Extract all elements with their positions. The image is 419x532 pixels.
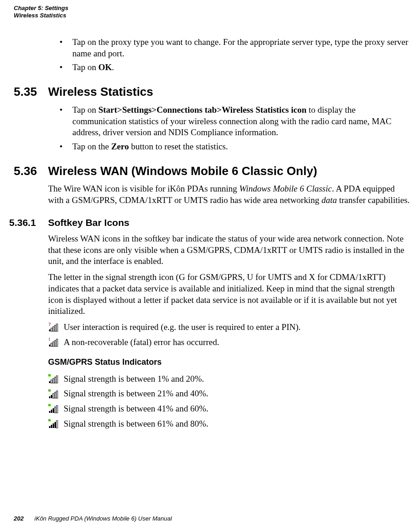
svg-rect-19 xyxy=(49,396,50,398)
paragraph: The Wire WAN icon is visible for iKôn PD… xyxy=(48,183,410,206)
svg-text:G: G xyxy=(49,419,51,422)
svg-text:G: G xyxy=(49,374,51,377)
icon-description-line: G Signal strength is between 41% and 60%… xyxy=(48,403,410,415)
bullet-text: Tap on the Zero button to reset the stat… xyxy=(72,141,410,153)
svg-rect-37 xyxy=(56,421,58,428)
svg-rect-30 xyxy=(56,406,58,413)
svg-rect-34 xyxy=(51,425,52,428)
icon-description-line: G Signal strength is between 61% and 80%… xyxy=(48,418,410,430)
bullet-mark: • xyxy=(60,141,72,153)
svg-rect-35 xyxy=(53,423,54,428)
signal-41-60-icon: G xyxy=(48,404,64,414)
icon-description-text: Signal strength is between 21% and 40%. xyxy=(64,388,208,400)
svg-text:?: ? xyxy=(49,322,51,327)
section-number: 5.36 xyxy=(0,164,48,179)
svg-rect-26 xyxy=(49,411,50,413)
list-item: • Tap on the proxy type you want to chan… xyxy=(60,37,410,59)
list-item: • Tap on OK. xyxy=(60,62,410,73)
svg-rect-9 xyxy=(54,340,56,346)
list-item: • Tap on Start>Settings>Connections tab>… xyxy=(60,104,410,138)
page-body: • Tap on the proxy type you want to chan… xyxy=(48,37,410,433)
svg-rect-23 xyxy=(56,391,58,398)
svg-rect-10 xyxy=(56,339,58,346)
section-heading-5-35: 5.35 Wireless Statistics xyxy=(48,84,410,100)
svg-text:G: G xyxy=(49,404,51,406)
svg-rect-4 xyxy=(56,324,58,331)
section-number: 5.36.1 xyxy=(0,216,48,229)
svg-text:!: ! xyxy=(49,337,50,342)
svg-rect-2 xyxy=(53,327,54,331)
signal-61-80-icon: G xyxy=(48,419,64,429)
section-title: Softkey Bar Icons xyxy=(48,216,129,229)
text-italic: data xyxy=(321,195,337,205)
bullet-mark: • xyxy=(60,104,72,138)
signal-21-40-icon: G xyxy=(48,389,64,399)
subsection-heading-5-36-1: 5.36.1 Softkey Bar Icons xyxy=(48,216,410,229)
text-bold: OK xyxy=(98,62,112,72)
svg-rect-14 xyxy=(53,378,54,383)
svg-rect-8 xyxy=(53,342,54,346)
page-footer: 202 iKôn Rugged PDA (Windows Mobile 6) U… xyxy=(14,515,172,523)
list-item: • Tap on the Zero button to reset the st… xyxy=(60,141,410,153)
svg-rect-33 xyxy=(49,426,50,428)
intro-bullet-list: • Tap on the proxy type you want to chan… xyxy=(48,37,410,73)
text: . xyxy=(112,62,114,72)
bullet-mark: • xyxy=(60,62,72,73)
svg-rect-28 xyxy=(53,408,54,413)
svg-rect-7 xyxy=(51,343,52,346)
svg-rect-22 xyxy=(54,392,56,398)
text-bold: Zero xyxy=(111,142,129,151)
signal-user-interaction-icon: ? xyxy=(48,322,64,332)
icon-description-line: ! A non-recoverable (fatal) error has oc… xyxy=(48,337,410,348)
icon-description-text: Signal strength is between 1% and 20%. xyxy=(64,373,204,385)
text: Tap on xyxy=(72,105,98,115)
text: Tap on the xyxy=(72,142,111,151)
header-section: Wireless Statistics xyxy=(14,12,68,19)
footer-text: iKôn Rugged PDA (Windows Mobile 6) User … xyxy=(34,515,172,522)
page-number: 202 xyxy=(14,515,24,522)
svg-rect-6 xyxy=(49,345,50,346)
svg-rect-1 xyxy=(51,328,52,331)
section-title: Wireless WAN (Windows Mobile 6 Classic O… xyxy=(48,164,317,179)
text-bold: Start>Settings>Connections tab>Wireless … xyxy=(98,105,307,115)
bullet-text: Tap on the proxy type you want to change… xyxy=(72,37,410,59)
bullet-mark: • xyxy=(60,37,72,59)
section-number: 5.35 xyxy=(0,84,48,100)
svg-text:G: G xyxy=(49,389,51,392)
text: Tap on xyxy=(72,62,98,72)
bullet-text: Tap on OK. xyxy=(72,62,410,73)
text: transfer capabilities. xyxy=(337,195,410,205)
section-heading-5-36: 5.36 Wireless WAN (Windows Mobile 6 Clas… xyxy=(48,164,410,179)
svg-rect-16 xyxy=(56,376,58,383)
bullet-text: Tap on Start>Settings>Connections tab>Wi… xyxy=(72,104,410,138)
svg-rect-27 xyxy=(51,410,52,413)
header-chapter: Chapter 5: Settings xyxy=(14,5,68,12)
icon-description-line: G Signal strength is between 21% and 40%… xyxy=(48,388,410,400)
text: Tap on the proxy type you want to change… xyxy=(72,37,408,58)
signal-fatal-error-icon: ! xyxy=(48,337,64,347)
svg-rect-20 xyxy=(51,395,52,398)
signal-1-20-icon: G xyxy=(48,374,64,384)
section-title: Wireless Statistics xyxy=(48,84,153,100)
paragraph: The letter in the signal strength icon (… xyxy=(48,272,410,317)
svg-rect-36 xyxy=(54,422,56,428)
gsm-heading: GSM/GPRS Status Indicators xyxy=(48,357,410,367)
icon-description-text: Signal strength is between 41% and 60%. xyxy=(64,403,208,415)
svg-rect-21 xyxy=(53,394,54,398)
svg-rect-15 xyxy=(54,377,56,383)
icon-description-text: A non-recoverable (fatal) error has occu… xyxy=(64,337,219,348)
svg-rect-12 xyxy=(49,381,50,383)
sec535-bullet-list: • Tap on Start>Settings>Connections tab>… xyxy=(48,104,410,153)
icon-description-line: G Signal strength is between 1% and 20%. xyxy=(48,373,410,385)
page-header: Chapter 5: Settings Wireless Statistics xyxy=(14,5,68,19)
svg-rect-0 xyxy=(49,329,50,331)
text: button to reset the statistics. xyxy=(129,142,228,151)
icon-description-text: Signal strength is between 61% and 80%. xyxy=(64,418,208,430)
icon-description-text: User interaction is required (e.g. the u… xyxy=(64,322,301,333)
icon-description-line: ? User interaction is required (e.g. the… xyxy=(48,322,410,333)
text: The Wire WAN icon is visible for iKôn PD… xyxy=(48,184,239,193)
svg-rect-13 xyxy=(51,380,52,383)
paragraph: Wireless WAN icons in the softkey bar in… xyxy=(48,233,410,267)
text-italic: Windows Mobile 6 Classic xyxy=(239,184,332,193)
svg-rect-3 xyxy=(54,325,56,331)
